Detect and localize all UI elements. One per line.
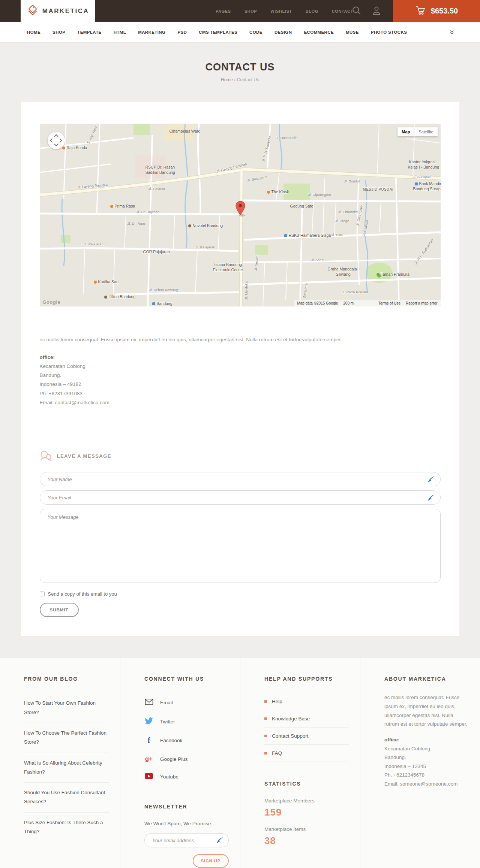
help-label: Help xyxy=(272,699,282,704)
connect-label: Email xyxy=(160,700,173,705)
chevron-double-down-icon[interactable] xyxy=(449,30,454,36)
logo[interactable]: MARKETICA xyxy=(21,0,95,22)
pan-right-icon[interactable] xyxy=(58,138,62,142)
map-label: Jl. Hasanudin xyxy=(276,136,298,140)
submit-button[interactable]: SUBMIT xyxy=(40,603,79,617)
menu-html[interactable]: HTML xyxy=(114,30,126,34)
top-nav-wishlist[interactable]: WISHLIST xyxy=(270,9,292,13)
map-report-link[interactable]: Report a map error xyxy=(406,301,437,305)
connect-list: Email Twitter f Facebook g+ Google Plus … xyxy=(144,693,229,786)
office-block: office: Kecamatan Coblong Bandung. Indon… xyxy=(40,353,441,408)
tag-logo-icon xyxy=(27,4,38,18)
pan-down-icon[interactable] xyxy=(54,142,58,146)
top-nav-shop[interactable]: SHOP xyxy=(244,9,257,13)
message-textarea[interactable] xyxy=(40,509,441,583)
map-label: Jl. Cisangkuy xyxy=(356,205,363,226)
cart-button[interactable]: $653.50 xyxy=(393,0,480,22)
map-label: Electronic Center xyxy=(213,267,243,272)
blog-post-link[interactable]: How To Choose The Perfect Fashion Store? xyxy=(24,730,106,745)
map-label: Bandung xyxy=(152,301,172,306)
menu-template[interactable]: TEMPLATE xyxy=(77,30,101,34)
connect-facebook[interactable]: f Facebook xyxy=(144,731,229,750)
google-map[interactable]: Cihampelas WalkJl. HasanudinRaja SundaJl… xyxy=(40,124,441,306)
name-input[interactable] xyxy=(40,472,441,486)
page-title: CONTACT US xyxy=(0,61,480,73)
connect-twitter[interactable]: Twitter xyxy=(144,712,229,731)
map-label: Jl. Cimandiri xyxy=(338,210,358,214)
menu-design[interactable]: DESIGN xyxy=(274,30,292,34)
blog-post-link[interactable]: How To Start Your Own Fashion Store? xyxy=(24,700,96,715)
list-item: Should You Use Fashion Consultant Servic… xyxy=(24,783,109,813)
top-nav-contact[interactable]: CONTACT xyxy=(332,9,353,13)
blog-post-link[interactable]: Should You Use Fashion Consultant Servic… xyxy=(24,790,105,804)
office-line: Email. contact@marketica.com xyxy=(40,398,441,407)
email-input[interactable] xyxy=(40,490,441,505)
menu-marketing[interactable]: MARKETING xyxy=(138,30,165,34)
connect-google-plus[interactable]: g+ Google Plus xyxy=(144,750,229,768)
connect-email[interactable]: Email xyxy=(144,693,229,712)
section-divider xyxy=(21,429,459,429)
form-heading-label: LEAVE A MESSAGE xyxy=(57,453,112,459)
newsletter-title: NEWSLETTER xyxy=(144,804,229,810)
about-text: ec mollis lorem consequat. Fusce ipsum e… xyxy=(384,693,469,729)
map-label: Jl. Layang Pasupati xyxy=(77,182,109,189)
top-nav-blog[interactable]: BLOG xyxy=(306,9,318,13)
user-account-icon[interactable] xyxy=(372,6,381,17)
logo-text: MARKETICA xyxy=(42,7,89,15)
help-label: Contact Support xyxy=(272,733,309,739)
map-label: Gedung Sate xyxy=(290,204,314,208)
map-label: The Kiosk xyxy=(267,190,289,194)
help-link[interactable]: Knowladge Base xyxy=(264,710,349,728)
blog-post-link[interactable]: Plus Size Fashion: Is There Such a Thing… xyxy=(24,820,103,834)
map-type-map-button[interactable]: Map xyxy=(398,127,414,136)
send-copy-checkbox[interactable] xyxy=(40,592,45,596)
cart-icon xyxy=(415,6,426,17)
menu-code[interactable]: CODE xyxy=(249,30,262,34)
footer-about-title: ABOUT MARKETICA xyxy=(384,676,469,682)
pan-up-icon[interactable] xyxy=(54,134,58,138)
footer: FROM OUR BLOG How To Start Your Own Fash… xyxy=(0,658,480,868)
connect-youtube[interactable]: Youtube xyxy=(144,768,229,786)
stat-label: Marketplace Members xyxy=(264,798,349,804)
pan-left-icon[interactable] xyxy=(50,138,54,142)
menu-home[interactable]: HOME xyxy=(27,30,40,34)
footer-blog-column: FROM OUR BLOG How To Start Your Own Fash… xyxy=(0,658,120,868)
stat-value: 38 xyxy=(264,835,349,847)
office-line: Email. someone@someone.com xyxy=(384,780,469,789)
map-label: Jl. Merdeka xyxy=(244,281,248,300)
map-label: Hilton Bandung xyxy=(104,294,136,299)
menu-muse[interactable]: MUSE xyxy=(346,30,359,34)
map-label: Jl. Aceh xyxy=(311,258,324,262)
help-link[interactable]: Contact Support xyxy=(264,728,349,745)
email-icon xyxy=(144,698,153,707)
map-label: Prima Rasa xyxy=(110,204,135,208)
map-label: Jl. Sulanjana xyxy=(247,175,267,182)
map-pan-control[interactable] xyxy=(48,132,65,149)
send-copy-label: Send a copy of this email to you xyxy=(48,591,117,597)
facebook-icon: f xyxy=(144,736,153,745)
form-heading: LEAVE A MESSAGE xyxy=(40,450,441,462)
map-terms-link[interactable]: Terms of Use xyxy=(378,301,400,305)
help-link[interactable]: Help xyxy=(264,693,349,710)
menu-ecommerce[interactable]: ECOMMERCE xyxy=(304,30,334,34)
help-link[interactable]: FAQ xyxy=(264,745,349,762)
breadcrumb: Home › Contact Us xyxy=(0,77,480,82)
search-icon[interactable] xyxy=(352,6,362,17)
blog-post-link[interactable]: What is So Alluring About Celebrity Fash… xyxy=(24,760,102,775)
top-nav-pages[interactable]: PAGES xyxy=(216,9,231,13)
menu-psd[interactable]: PSD xyxy=(177,30,187,34)
map-label: Jl. Dr. Rum xyxy=(128,221,145,226)
map-label: Jl. Surapati xyxy=(413,175,431,179)
office-line: Kecamatan Coblong xyxy=(384,744,469,753)
menu-shop[interactable]: SHOP xyxy=(52,30,65,34)
menu-cms-templates[interactable]: CMS TEMPLATES xyxy=(199,30,237,34)
map-label: RSUP Dr. Hasan xyxy=(146,165,175,169)
map-type-satellite-button[interactable]: Satellite xyxy=(414,127,437,136)
signup-button[interactable]: SIGN UP xyxy=(193,854,229,868)
footer-connect-title: CONNECT WITH US xyxy=(144,676,229,682)
map-label: Cihampelas Walk xyxy=(170,129,200,133)
breadcrumb-home[interactable]: Home xyxy=(221,77,233,82)
footer-help-column: HELP AND SUPPORTS Help Knowladge Base Co… xyxy=(240,658,360,868)
help-list: Help Knowladge Base Contact Support FAQ xyxy=(264,693,349,762)
menu-photo-stocks[interactable]: PHOTO STOCKS xyxy=(371,30,407,34)
